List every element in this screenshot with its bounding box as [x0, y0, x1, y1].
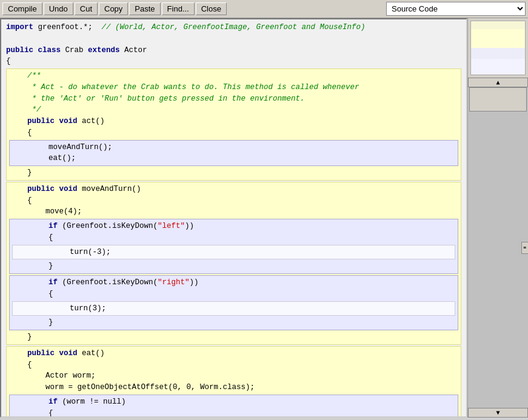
code-line: */ [9, 104, 458, 116]
eat-method-block: public void eat() { Actor worm; worm = g… [6, 346, 461, 416]
scroll-up-arrow[interactable]: ▲ [468, 78, 528, 87]
act-body-block: moveAndTurn(); eat(); [9, 140, 458, 167]
vertical-scrollbar[interactable]: ▲ ▼ ≡ [468, 78, 528, 418]
main-area: import greenfoot.*; // (World, Actor, Gr… [0, 18, 528, 418]
code-line: public void act() [9, 116, 458, 127]
code-line: { [9, 195, 458, 207]
close-button[interactable]: Close [196, 2, 227, 15]
source-select[interactable]: Source Code Documentation [386, 2, 526, 16]
if-left-block: if (Greenfoot.isKeyDown("left")) { turn(… [9, 219, 458, 274]
code-line: worm = getOneObjectAtOffset(0, 0, Worm.c… [9, 382, 458, 393]
code-line: if (Greenfoot.isKeyDown("left")) [12, 221, 455, 232]
if-right-block: if (Greenfoot.isKeyDown("right")) { turn… [9, 275, 458, 330]
toolbar: Compile Undo Cut Copy Paste Find... Clos… [0, 0, 528, 18]
if-left-body: turn(-3); [12, 245, 455, 260]
code-line: } [12, 317, 455, 328]
code-area: import greenfoot.*; // (World, Actor, Gr… [1, 19, 466, 416]
source-dropdown[interactable]: Source Code Documentation [386, 2, 526, 16]
code-line: { [12, 408, 455, 417]
code-line: } [9, 332, 458, 343]
code-line: } [12, 261, 455, 272]
code-line: Actor worm; [9, 370, 458, 382]
code-line: } [9, 167, 458, 179]
code-line: eat(); [12, 153, 455, 164]
code-line [6, 33, 461, 45]
code-line: move(4); [9, 206, 458, 218]
code-line: * the 'Act' or 'Run' button gets pressed… [9, 93, 458, 105]
code-line: public class Crab extends Actor [6, 45, 461, 56]
code-line: moveAndTurn(); [12, 142, 455, 153]
right-panel: ▲ ▼ ≡ [467, 18, 528, 418]
code-line: { [9, 359, 458, 371]
code-line: { [6, 56, 461, 67]
paste-button[interactable]: Paste [129, 2, 160, 15]
code-line: turn(-3); [15, 247, 452, 258]
code-line: * Act - do whatever the Crab wants to do… [9, 82, 458, 93]
cut-button[interactable]: Cut [75, 2, 98, 15]
code-line: public void eat() [9, 348, 458, 359]
scroll-thumb[interactable] [469, 87, 527, 112]
code-line: /** [9, 70, 458, 82]
undo-button[interactable]: Undo [44, 2, 73, 15]
code-line: public void moveAndTurn() [9, 184, 458, 195]
if-worm-block: if (worm != null) { World world; world =… [9, 395, 458, 416]
editor-scroll[interactable]: import greenfoot.*; // (World, Actor, Gr… [1, 19, 466, 416]
find-button[interactable]: Find... [162, 2, 195, 15]
splitter-icon[interactable]: ≡ [521, 242, 528, 254]
editor-wrapper: import greenfoot.*; // (World, Actor, Gr… [0, 18, 467, 418]
compile-button[interactable]: Compile [2, 2, 42, 15]
act-method-block: /** * Act - do whatever the Crab wants t… [6, 68, 461, 181]
code-line: if (Greenfoot.isKeyDown("right")) [12, 277, 455, 288]
minimap [470, 21, 526, 75]
copy-button[interactable]: Copy [99, 2, 128, 15]
minimap-preview [471, 21, 525, 75]
scroll-track[interactable] [468, 87, 528, 408]
code-line: turn(3); [15, 303, 452, 315]
code-line: if (worm != null) [12, 396, 455, 408]
code-line: { [12, 232, 455, 244]
code-line: { [9, 127, 458, 139]
moveandturn-method-block: public void moveAndTurn() { move(4); if … [6, 182, 461, 345]
code-line: { [12, 288, 455, 300]
if-right-body: turn(3); [12, 301, 455, 316]
scroll-down-arrow[interactable]: ▼ [468, 408, 528, 418]
code-line: import greenfoot.*; // (World, Actor, Gr… [6, 22, 461, 33]
